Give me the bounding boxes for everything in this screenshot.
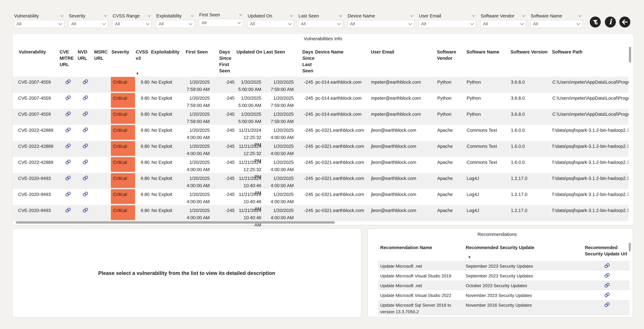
info-button[interactable]: i — [605, 16, 616, 28]
column-header-device-name[interactable]: Device Name — [314, 49, 370, 74]
slicer-dropdown[interactable]: All — [68, 20, 108, 28]
slicer-dropdown[interactable]: All — [199, 19, 243, 27]
slicer-dropdown[interactable]: All — [480, 20, 526, 28]
vulnerability-row[interactable]: CVE-2007-4559Critical9.80No Exploit1/20/… — [12, 93, 628, 109]
column-header-updated-on[interactable]: Updated On — [236, 49, 263, 74]
vulnerabilities-table-body: CVE-2007-4559Critical9.80No Exploit1/20/… — [12, 77, 628, 221]
column-header-days-since-first-seen[interactable]: Days Since First Seen — [211, 49, 236, 74]
horizontal-scrollbar-thumb[interactable] — [16, 221, 335, 224]
recommendation-row[interactable]: Update Microsoft .netOctober 2023 Securi… — [378, 280, 630, 290]
slicer-dropdown[interactable]: All — [347, 20, 414, 28]
slicer-selected-value: All — [16, 22, 22, 26]
cve-mitre-url-link-icon[interactable] — [59, 157, 77, 173]
chevron-down-icon[interactable] — [148, 14, 150, 17]
cve-mitre-url-link-icon[interactable] — [59, 173, 77, 189]
slicer-dropdown[interactable]: All — [156, 20, 194, 28]
slicer-header: Severity — [68, 13, 108, 18]
column-header-cvss-v3[interactable]: CVSS v3 — [135, 49, 150, 74]
slicer-label: Vulnerability — [14, 13, 39, 18]
column-header-software-vendor[interactable]: Software Vendor — [436, 49, 466, 74]
nvd-url-link-icon[interactable] — [77, 173, 94, 189]
column-header-first-seen[interactable]: First Seen — [185, 49, 211, 74]
nvd-url-link-icon[interactable] — [77, 157, 94, 173]
column-header-user-email[interactable]: User Email — [370, 49, 436, 74]
chevron-down-icon[interactable] — [339, 14, 342, 17]
vulnerability-row[interactable]: CVE-2020-9493Critical9.80No Exploit1/20/… — [12, 189, 628, 205]
nvd-url-link-icon[interactable] — [77, 109, 94, 125]
chevron-down-icon[interactable] — [60, 14, 63, 17]
recommended-security-update-url-link-icon[interactable] — [584, 271, 630, 280]
chevron-down-icon[interactable] — [239, 13, 242, 16]
user-email-cell: jleon@earthblock.com — [370, 157, 436, 173]
chevron-down-icon[interactable] — [578, 14, 581, 17]
nvd-url-link-icon[interactable] — [77, 125, 94, 141]
recommended-security-update-url-link-icon[interactable] — [584, 290, 630, 300]
nvd-url-link-icon[interactable] — [77, 77, 94, 93]
slicer-dropdown[interactable]: All — [112, 20, 152, 28]
recommended-security-update-cell: September 2023 Security Updates — [466, 261, 584, 271]
cve-mitre-url-link-icon[interactable] — [59, 93, 77, 109]
clear-filters-button[interactable] — [590, 16, 601, 28]
column-header-software-version[interactable]: Software Version — [510, 49, 552, 74]
vulnerability-row[interactable]: CVE-2007-4559Critical9.80No Exploit1/20/… — [12, 109, 628, 125]
column-header-vulnerability[interactable]: Vulnerability — [18, 49, 59, 74]
chevron-down-icon[interactable] — [104, 14, 107, 17]
column-header-exploitability[interactable]: Exploitability — [150, 49, 185, 74]
vulnerability-row[interactable]: CVE-2022-42889Critical9.80No Exploit1/20… — [12, 141, 628, 157]
cve-mitre-url-link-icon[interactable] — [59, 141, 77, 157]
column-header-severity[interactable]: Severity — [111, 49, 135, 74]
chevron-down-icon[interactable] — [472, 14, 475, 17]
first-seen-cell: 1/20/20254:00:00 AM — [185, 125, 211, 141]
chevron-down-icon[interactable] — [522, 14, 525, 17]
chevron-down-icon[interactable] — [410, 14, 413, 17]
vulnerability-row[interactable]: CVE-2022-42889Critical9.80No Exploit1/20… — [12, 125, 628, 141]
recommendation-row[interactable]: Update Microsoft .netSeptember 2023 Secu… — [378, 261, 630, 271]
exploitability-cell: No Exploit — [150, 125, 185, 141]
user-email-cell: mpeter@earthblock.com — [370, 77, 436, 93]
recommended-security-update-url-link-icon[interactable] — [584, 300, 630, 315]
nvd-url-link-icon[interactable] — [77, 93, 94, 109]
recommendation-row[interactable]: Update Microsoft Visual Studio 2022Novem… — [378, 290, 630, 300]
column-header-software-path[interactable]: Software Path — [552, 49, 628, 74]
link-icon — [65, 176, 71, 180]
chevron-down-icon[interactable] — [290, 14, 293, 17]
nvd-url-link-icon[interactable] — [77, 189, 94, 205]
vulnerability-cell: CVE-2022-42889 — [18, 125, 59, 141]
nvd-url-link-icon[interactable] — [77, 141, 94, 157]
slicer-first-seen: First Seen All — [199, 12, 243, 27]
time-line: 4:00:00 AM — [263, 198, 294, 205]
slicer-dropdown[interactable]: All — [418, 20, 476, 28]
vulnerability-row[interactable]: CVE-2022-42889Critical9.80No Exploit1/20… — [12, 157, 628, 173]
column-header-recommendation-name[interactable]: Recommendation Name — [378, 244, 466, 257]
vertical-scrollbar-thumb[interactable] — [629, 243, 631, 252]
slicer-dropdown[interactable]: All — [247, 20, 294, 28]
cve-mitre-url-link-icon[interactable] — [59, 189, 77, 205]
column-header-cve-mitre-url[interactable]: CVE MITRE URL — [59, 49, 77, 74]
nvd-url-link-icon[interactable] — [77, 205, 94, 221]
column-header-software-name[interactable]: Software Name — [466, 49, 510, 74]
recommended-security-update-url-link-icon[interactable] — [584, 280, 630, 290]
column-header-days-since-last-seen[interactable]: Days Since Last Seen — [295, 49, 314, 74]
slicer-dropdown[interactable]: All — [14, 20, 64, 28]
slicer-dropdown[interactable]: All — [530, 20, 582, 28]
column-header-msrc-url[interactable]: MSRC URL — [94, 49, 111, 74]
recommendation-row[interactable]: Update Microsoft Visual Studio 2019Septe… — [378, 271, 630, 280]
column-header-nvd-url[interactable]: NVD URL — [77, 49, 94, 74]
column-header-recommended-security-update-url[interactable]: Recommended Security Update Url — [584, 244, 628, 257]
chevron-down-icon[interactable] — [191, 14, 194, 17]
date-line: 1/20/2025 — [263, 175, 294, 182]
cve-mitre-url-link-icon[interactable] — [59, 205, 77, 221]
vulnerability-row[interactable]: CVE-2020-9493Critical9.80No Exploit1/20/… — [12, 205, 628, 221]
cve-mitre-url-link-icon[interactable] — [59, 77, 77, 93]
recommended-security-update-url-link-icon[interactable] — [584, 261, 630, 271]
vulnerability-row[interactable]: CVE-2020-9493Critical9.80No Exploit1/20/… — [12, 173, 628, 189]
slicer-dropdown[interactable]: All — [298, 20, 343, 28]
recommendation-row[interactable]: Update Microsoft Sql Server 2016 to vers… — [378, 300, 630, 315]
cve-mitre-url-link-icon[interactable] — [59, 125, 77, 141]
vulnerability-row[interactable]: CVE-2007-4559Critical9.80No Exploit1/20/… — [12, 77, 628, 93]
cve-mitre-url-link-icon[interactable] — [59, 109, 77, 125]
vertical-scrollbar-thumb[interactable] — [629, 47, 631, 62]
column-header-last-seen[interactable]: Last Seen — [263, 49, 295, 74]
column-header-recommended-security-update[interactable]: Recommended Security Update — [466, 244, 584, 257]
back-button[interactable] — [619, 16, 630, 28]
